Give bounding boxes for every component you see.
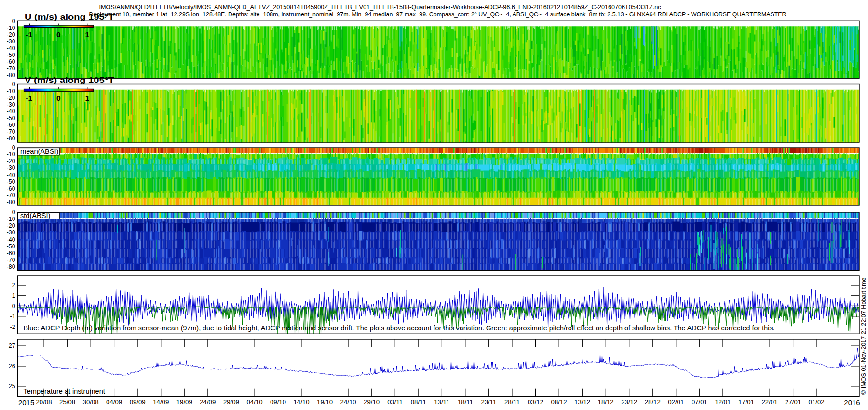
svg-text:20/08: 20/08 bbox=[36, 398, 52, 406]
svg-text:-50: -50 bbox=[7, 115, 15, 122]
svg-text:29/10: 29/10 bbox=[364, 398, 380, 406]
svg-text:-50: -50 bbox=[7, 52, 15, 58]
svg-text:-10: -10 bbox=[7, 151, 15, 158]
svg-text:24/10: 24/10 bbox=[340, 398, 356, 406]
svg-text:-50: -50 bbox=[7, 178, 15, 185]
svg-text:© IMOS 01-Nov-2017 21:22:07 Ho: © IMOS 01-Nov-2017 21:22:07 Hobart time bbox=[860, 278, 867, 395]
svg-text:-30: -30 bbox=[7, 164, 15, 171]
svg-text:25/08: 25/08 bbox=[59, 398, 75, 406]
svg-text:mean(ABSI): mean(ABSI) bbox=[20, 148, 58, 155]
svg-text:25: 25 bbox=[9, 383, 15, 390]
svg-text:09/09: 09/09 bbox=[130, 398, 146, 406]
svg-text:22/01: 22/01 bbox=[761, 398, 777, 406]
svg-text:0: 0 bbox=[12, 144, 15, 151]
svg-text:Blue: ADCP Depth (m) variation: Blue: ADCP Depth (m) variation from sens… bbox=[24, 324, 775, 332]
svg-text:-70: -70 bbox=[7, 192, 15, 199]
svg-text:-80: -80 bbox=[7, 199, 15, 205]
svg-text:28/12: 28/12 bbox=[645, 398, 661, 406]
svg-text:-60: -60 bbox=[7, 122, 15, 128]
svg-text:-20: -20 bbox=[7, 31, 15, 38]
svg-text:-20: -20 bbox=[7, 95, 15, 101]
svg-text:-70: -70 bbox=[7, 257, 15, 263]
svg-text:12/01: 12/01 bbox=[715, 398, 731, 406]
svg-text:-10: -10 bbox=[7, 88, 15, 95]
svg-text:Temperature at instrument: Temperature at instrument bbox=[24, 387, 105, 395]
svg-text:0: 0 bbox=[12, 209, 15, 216]
svg-text:std(ABSI): std(ABSI) bbox=[20, 212, 50, 219]
svg-text:-30: -30 bbox=[7, 229, 15, 236]
svg-text:-10: -10 bbox=[7, 25, 15, 31]
svg-text:23/11: 23/11 bbox=[481, 398, 496, 406]
svg-text:-80: -80 bbox=[7, 135, 15, 142]
svg-text:0: 0 bbox=[56, 30, 61, 39]
svg-text:04/10: 04/10 bbox=[246, 398, 262, 406]
svg-text:04/09: 04/09 bbox=[106, 398, 122, 406]
svg-text:-30: -30 bbox=[7, 38, 15, 45]
svg-text:2015: 2015 bbox=[18, 398, 34, 407]
svg-text:-80: -80 bbox=[7, 263, 15, 270]
svg-text:07/01: 07/01 bbox=[692, 398, 707, 406]
svg-text:03/12: 03/12 bbox=[528, 398, 543, 406]
svg-text:14/09: 14/09 bbox=[153, 398, 169, 406]
svg-text:-70: -70 bbox=[7, 128, 15, 135]
svg-text:08/12: 08/12 bbox=[551, 398, 567, 406]
svg-text:0: 0 bbox=[12, 81, 15, 88]
svg-text:-50: -50 bbox=[7, 243, 15, 250]
svg-text:2016: 2016 bbox=[844, 398, 860, 407]
svg-text:19/10: 19/10 bbox=[317, 398, 333, 406]
svg-text:-70: -70 bbox=[7, 65, 15, 72]
svg-text:-40: -40 bbox=[7, 236, 15, 243]
svg-text:-60: -60 bbox=[7, 250, 15, 257]
svg-text:-80: -80 bbox=[7, 72, 15, 79]
svg-text:-10: -10 bbox=[7, 216, 15, 222]
svg-text:-60: -60 bbox=[7, 58, 15, 65]
svg-text:0: 0 bbox=[12, 303, 15, 310]
svg-text:-40: -40 bbox=[7, 108, 15, 115]
svg-text:-1: -1 bbox=[26, 94, 32, 102]
svg-text:13/12: 13/12 bbox=[574, 398, 590, 406]
svg-text:-20: -20 bbox=[7, 158, 15, 164]
svg-text:0: 0 bbox=[56, 94, 61, 102]
svg-text:09/10: 09/10 bbox=[270, 398, 286, 406]
svg-text:18/11: 18/11 bbox=[458, 398, 473, 406]
svg-text:28/11: 28/11 bbox=[504, 398, 520, 406]
svg-text:2: 2 bbox=[12, 282, 15, 288]
svg-text:14/10: 14/10 bbox=[293, 398, 309, 406]
svg-text:24/09: 24/09 bbox=[200, 398, 216, 406]
svg-text:1: 1 bbox=[12, 292, 15, 299]
svg-text:27/01: 27/01 bbox=[785, 398, 801, 406]
svg-text:08/11: 08/11 bbox=[411, 398, 426, 406]
svg-text:0: 0 bbox=[12, 18, 15, 25]
svg-text:03/11: 03/11 bbox=[387, 398, 403, 406]
svg-text:1: 1 bbox=[85, 94, 90, 102]
svg-text:U (m/s) along 195°T: U (m/s) along 195°T bbox=[25, 13, 115, 22]
svg-text:13/11: 13/11 bbox=[434, 398, 449, 406]
svg-text:V (m/s) along 105°T: V (m/s) along 105°T bbox=[25, 76, 115, 85]
svg-text:-30: -30 bbox=[7, 101, 15, 108]
svg-text:-40: -40 bbox=[7, 45, 15, 52]
svg-text:02/01: 02/01 bbox=[668, 398, 684, 406]
svg-text:1: 1 bbox=[85, 30, 90, 39]
svg-text:01/02: 01/02 bbox=[809, 398, 825, 406]
svg-text:-20: -20 bbox=[7, 222, 15, 229]
svg-text:30/08: 30/08 bbox=[83, 398, 99, 406]
svg-text:23/12: 23/12 bbox=[621, 398, 637, 406]
svg-text:19/09: 19/09 bbox=[176, 398, 192, 406]
svg-text:-60: -60 bbox=[7, 185, 15, 192]
svg-text:29/09: 29/09 bbox=[223, 398, 239, 406]
svg-text:IMOS/ANMN/QLD/ITFFTB/Velocity/: IMOS/ANMN/QLD/ITFFTB/Velocity/IMOS_ANMN-… bbox=[99, 4, 661, 11]
svg-text:-2: -2 bbox=[10, 324, 15, 330]
svg-text:17/01: 17/01 bbox=[738, 398, 754, 406]
svg-text:27: 27 bbox=[9, 342, 15, 349]
svg-text:-1: -1 bbox=[26, 30, 32, 39]
svg-text:26: 26 bbox=[9, 363, 15, 369]
svg-text:-40: -40 bbox=[7, 172, 15, 178]
svg-text:18/12: 18/12 bbox=[598, 398, 614, 406]
svg-text:-1: -1 bbox=[10, 313, 15, 320]
svg-text:Deployment 10, member 1 lat=12: Deployment 10, member 1 lat=12.29S lon=1… bbox=[89, 11, 787, 18]
